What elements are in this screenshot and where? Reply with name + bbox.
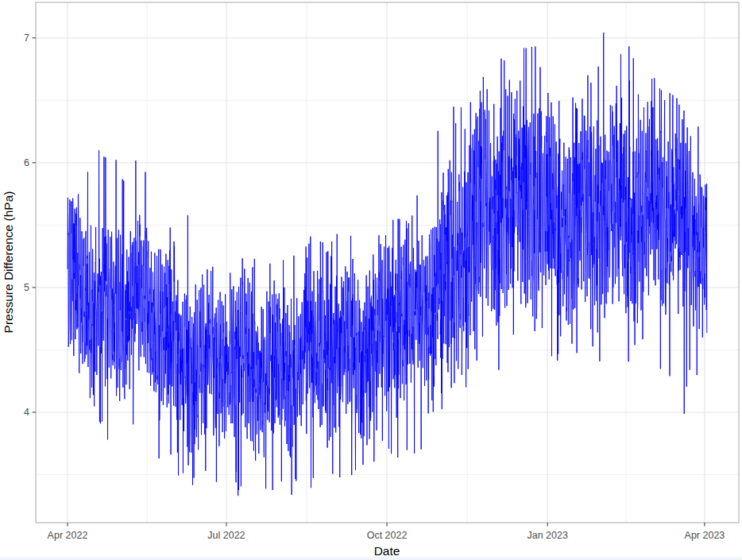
x-tick-label: Oct 2022 bbox=[367, 530, 408, 541]
y-tick-label: 6 bbox=[24, 157, 29, 168]
x-tick-label: Jul 2022 bbox=[207, 530, 245, 541]
y-axis-title: Pressure Difference (hPa) bbox=[2, 191, 15, 334]
x-tick-label: Apr 2022 bbox=[48, 530, 88, 541]
x-axis-title: Date bbox=[374, 544, 400, 558]
pressure-difference-time-series-chart: Apr 2022Jul 2022Oct 2022Jan 2023Apr 2023… bbox=[0, 0, 742, 560]
y-tick-label: 4 bbox=[24, 407, 29, 418]
chart-container: Apr 2022Jul 2022Oct 2022Jan 2023Apr 2023… bbox=[0, 0, 742, 560]
chart-generated-layer: Apr 2022Jul 2022Oct 2022Jan 2023Apr 2023… bbox=[24, 2, 739, 541]
y-tick-label: 7 bbox=[24, 33, 29, 44]
y-tick-label: 5 bbox=[24, 282, 29, 293]
x-tick-label: Apr 2023 bbox=[685, 530, 725, 541]
x-tick-label: Jan 2023 bbox=[527, 530, 567, 541]
